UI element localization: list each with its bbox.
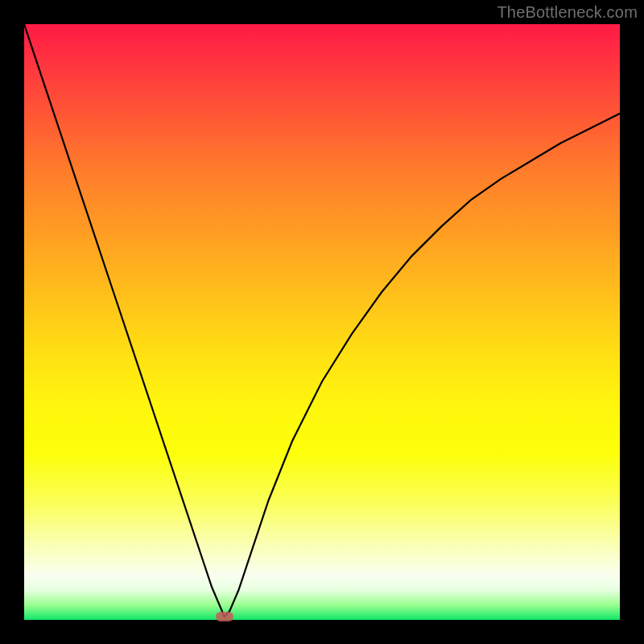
watermark-text: TheBottleneck.com — [497, 3, 638, 22]
plot-area — [24, 24, 620, 620]
outer-frame: TheBottleneck.com — [0, 0, 644, 644]
bottleneck-curve — [24, 24, 620, 617]
curve-layer — [24, 24, 620, 620]
optimal-point-marker — [216, 612, 233, 621]
